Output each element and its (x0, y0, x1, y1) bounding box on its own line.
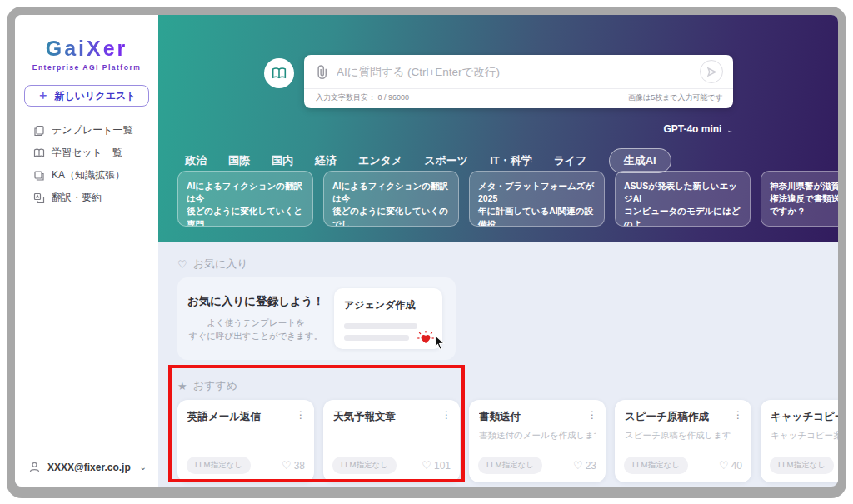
new-request-button[interactable]: ＋ 新しいリクエスト (24, 85, 149, 107)
sidebar-item-label: 翻訳・要約 (52, 191, 102, 205)
suggestion-chip[interactable]: メタ・プラットフォームズが2025 年に計画しているAI関連の設備投 資はどのく… (469, 171, 605, 227)
llm-badge: LLM指定なし (624, 457, 688, 474)
skeleton-line (344, 323, 417, 329)
template-icon (33, 125, 45, 137)
brand-subtitle: Enterprise AGI Platform (15, 63, 158, 72)
kebab-menu-icon[interactable]: ⋮ (296, 410, 306, 420)
like-count[interactable]: ♡101 (422, 459, 451, 472)
favorite-heart-icon[interactable] (416, 328, 436, 348)
suggestion-chip[interactable]: 神奈川県警が滋賀県 権法違反で書類送検 ですか？ (761, 171, 838, 227)
sidebar-item-label: テンプレート一覧 (52, 123, 132, 137)
template-card-weather-text[interactable]: 天気予報文章 ⋮ LLM指定なし ♡101 (323, 400, 460, 482)
like-count[interactable]: ♡40 (719, 459, 742, 472)
sidebar-item-ka[interactable]: KA（知識拡張） (15, 164, 158, 187)
card-title: 天気予報文章 (333, 410, 450, 424)
tab-domestic[interactable]: 国内 (272, 153, 293, 168)
kebab-menu-icon[interactable]: ⋮ (441, 410, 451, 420)
sidebar-menu: テンプレート一覧 学習セット一覧 KA（知識拡張） (15, 119, 158, 209)
suggestion-chips: AIによるフィクションの翻訳は今 後どのように変化していくと専門 家は見ているの… (177, 171, 838, 227)
tab-international[interactable]: 国際 (228, 153, 250, 168)
tab-politics[interactable]: 政治 (185, 153, 207, 168)
favorites-header: ♡ お気に入り (177, 257, 838, 272)
sidebar-item-templates[interactable]: テンプレート一覧 (15, 119, 158, 142)
brand-name: GaiXer (15, 37, 158, 61)
composer: 入力文字数目安： 0 / 96000 画像は5枚まで入力可能です (304, 55, 733, 108)
suggestion-chip[interactable]: AIによるフィクションの翻訳は今 後どのように変化していくと専門 家は見ているの… (177, 171, 313, 227)
skeleton-line (344, 335, 409, 341)
composer-meta: 入力文字数目安： 0 / 96000 画像は5枚まで入力可能です (304, 89, 733, 103)
favorite-card-title: アジェンダ作成 (344, 298, 432, 312)
like-count[interactable]: ♡38 (282, 459, 305, 472)
tab-it-science[interactable]: IT・科学 (490, 153, 532, 168)
hero-gradient: 入力文字数目安： 0 / 96000 画像は5枚まで入力可能です GPT-4o … (158, 15, 838, 242)
template-card-document-send[interactable]: 書類送付 ⋮ 書類送付のメールを作成します LLM指定なし ♡23 (469, 400, 606, 482)
category-tabs: 政治 国際 国内 経済 エンタメ スポーツ IT・科学 ライフ 生成AI (185, 148, 671, 173)
card-subtitle: スピーチ原稿を作成します (625, 430, 741, 442)
llm-badge: LLM指定なし (770, 457, 834, 474)
tab-entertainment[interactable]: エンタメ (358, 153, 402, 168)
send-icon (706, 67, 717, 77)
favorite-example-card[interactable]: アジェンダ作成 (334, 288, 442, 349)
logo: GaiXer Enterprise AGI Platform (15, 37, 158, 72)
recommended-cards: 英語メール返信 ⋮ LLM指定なし ♡38 天気予報文章 ⋮ LLM指定なし ♡… (177, 400, 838, 482)
attachment-icon[interactable] (316, 65, 328, 79)
ai-question-input[interactable] (337, 66, 691, 78)
user-icon (28, 461, 41, 473)
heart-outline-icon: ♡ (282, 459, 292, 472)
sidebar-item-translate[interactable]: 翻訳・要約 (15, 187, 158, 209)
char-count: 入力文字数目安： 0 / 96000 (316, 92, 409, 103)
template-card-english-mail[interactable]: 英語メール返信 ⋮ LLM指定なし ♡38 (177, 400, 314, 482)
llm-badge: LLM指定なし (332, 457, 397, 474)
card-subtitle: キャッチコピー案を作成します (771, 430, 838, 442)
star-icon: ★ (177, 380, 187, 392)
translate-icon (33, 192, 45, 204)
template-card-speech-draft[interactable]: スピーチ原稿作成 ⋮ スピーチ原稿を作成します LLM指定なし ♡40 (615, 400, 751, 482)
chevron-down-icon: ⌄ (140, 462, 147, 472)
recommended-title: おすすめ (193, 378, 237, 393)
card-subtitle: 書類送付のメールを作成します (479, 430, 596, 442)
suggestion-chip[interactable]: AIによるフィクションの翻訳は今 後どのように変化していくのでし ょうか？ (323, 171, 459, 227)
heart-outline-icon: ♡ (422, 459, 431, 472)
heart-outline-icon: ♡ (719, 459, 729, 472)
sidebar-item-learning-sets[interactable]: 学習セット一覧 (15, 142, 158, 164)
tab-generative-ai[interactable]: 生成AI (609, 148, 671, 173)
recommended-header: ★ おすすめ (177, 378, 838, 393)
user-email: XXXX@fixer.co.jp (47, 462, 133, 473)
templates-section: ♡ お気に入り お気に入りに登録しよう！ よく使うテンプレートを すぐに呼び出す… (158, 242, 838, 482)
sidebar-item-label: KA（知識拡張） (52, 168, 125, 182)
card-title: スピーチ原稿作成 (625, 410, 741, 424)
promo-title: お気に入りに登録しよう！ (177, 294, 334, 309)
tab-sports[interactable]: スポーツ (424, 153, 468, 168)
like-count[interactable]: ♡23 (573, 459, 596, 472)
card-title: キャッチコピー案作成 (771, 410, 838, 424)
window-frame: GaiXer Enterprise AGI Platform ＋ 新しいリクエス… (7, 7, 846, 498)
send-button[interactable] (700, 60, 723, 83)
kebab-menu-icon[interactable]: ⋮ (733, 410, 743, 420)
composer-input-row (304, 55, 733, 89)
plus-icon: ＋ (37, 88, 49, 103)
favorites-promo-box: お気に入りに登録しよう！ よく使うテンプレートを すぐに呼び出すことができます。… (177, 277, 456, 360)
heart-outline-icon: ♡ (177, 258, 187, 271)
promo-body: よく使うテンプレートを すぐに呼び出すことができます。 (177, 317, 334, 343)
favorites-title: お気に入り (193, 257, 248, 272)
suggestion-chip[interactable]: ASUSが発表した新しいエッジAI コンピュータのモデルにはどのよ うな特徴があ… (615, 171, 751, 227)
new-request-label: 新しいリクエスト (55, 89, 137, 103)
user-account[interactable]: XXXX@fixer.co.jp ⌄ (28, 461, 147, 473)
template-card-catch-copy[interactable]: キャッチコピー案作成 ⋮ キャッチコピー案を作成します LLM指定なし ♡ (761, 400, 838, 482)
chevron-down-icon: ⌄ (726, 126, 733, 134)
llm-badge: LLM指定なし (478, 457, 542, 474)
sidebar: GaiXer Enterprise AGI Platform ＋ 新しいリクエス… (15, 15, 158, 487)
knowledge-icon (33, 170, 45, 182)
main-area: 入力文字数目安： 0 / 96000 画像は5枚まで入力可能です GPT-4o … (158, 15, 838, 487)
card-title: 書類送付 (479, 410, 596, 424)
favorites-promo: お気に入りに登録しよう！ よく使うテンプレートを すぐに呼び出すことができます。 (177, 294, 334, 343)
llm-badge: LLM指定なし (187, 457, 251, 474)
book-icon (33, 147, 45, 159)
model-selector[interactable]: GPT-4o mini⌄ (304, 123, 733, 135)
open-book-icon (272, 67, 287, 80)
tab-life[interactable]: ライフ (554, 153, 587, 168)
prompt-library-button[interactable] (264, 58, 294, 88)
tab-economy[interactable]: 経済 (315, 153, 337, 168)
app-window: GaiXer Enterprise AGI Platform ＋ 新しいリクエス… (15, 15, 838, 487)
kebab-menu-icon[interactable]: ⋮ (587, 410, 597, 420)
